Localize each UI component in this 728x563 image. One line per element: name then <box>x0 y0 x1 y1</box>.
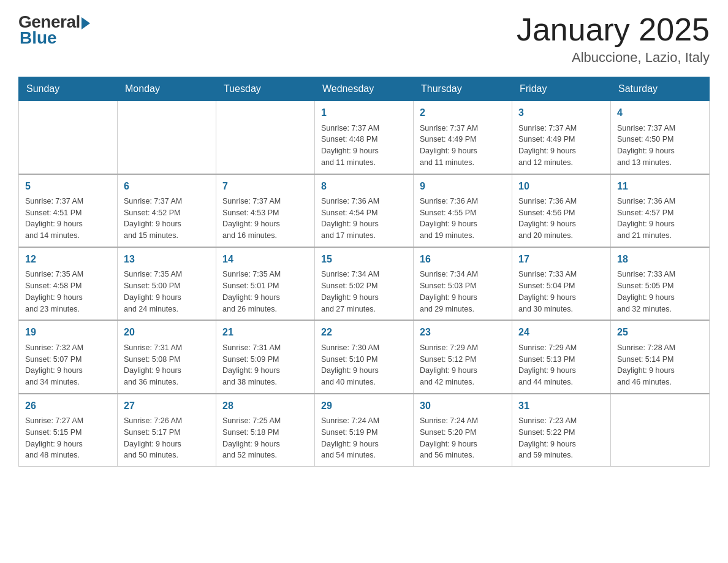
day-number: 1 <box>321 106 407 120</box>
day-number: 30 <box>420 399 506 413</box>
day-number: 26 <box>25 399 111 413</box>
day-info: Sunrise: 7:31 AMSunset: 5:08 PMDaylight:… <box>124 342 210 388</box>
day-number: 16 <box>420 253 506 266</box>
day-info: Sunrise: 7:26 AMSunset: 5:17 PMDaylight:… <box>124 415 210 461</box>
calendar-title: January 2025 <box>517 12 710 47</box>
day-info: Sunrise: 7:31 AMSunset: 5:09 PMDaylight:… <box>222 342 308 388</box>
day-info: Sunrise: 7:36 AMSunset: 4:57 PMDaylight:… <box>617 196 703 242</box>
day-info: Sunrise: 7:29 AMSunset: 5:13 PMDaylight:… <box>518 342 604 388</box>
day-info: Sunrise: 7:36 AMSunset: 4:55 PMDaylight:… <box>420 196 506 242</box>
title-area: January 2025 Albuccione, Lazio, Italy <box>517 12 710 66</box>
day-number: 18 <box>617 253 703 266</box>
calendar-cell: 25Sunrise: 7:28 AMSunset: 5:14 PMDayligh… <box>611 320 710 393</box>
calendar-table: Sunday Monday Tuesday Wednesday Thursday… <box>18 77 710 467</box>
day-number: 23 <box>420 326 506 339</box>
day-number: 25 <box>617 326 703 339</box>
calendar-cell: 13Sunrise: 7:35 AMSunset: 5:00 PMDayligh… <box>118 247 216 320</box>
day-number: 12 <box>25 253 111 266</box>
calendar-cell: 21Sunrise: 7:31 AMSunset: 5:09 PMDayligh… <box>216 320 315 393</box>
calendar-cell: 26Sunrise: 7:27 AMSunset: 5:15 PMDayligh… <box>19 394 118 467</box>
header-sunday: Sunday <box>19 77 118 101</box>
day-number: 20 <box>124 326 210 339</box>
logo: General Blue <box>18 12 90 48</box>
calendar-cell: 16Sunrise: 7:34 AMSunset: 5:03 PMDayligh… <box>414 247 512 320</box>
day-number: 17 <box>518 253 604 266</box>
header-friday: Friday <box>512 77 611 101</box>
calendar-cell: 22Sunrise: 7:30 AMSunset: 5:10 PMDayligh… <box>315 320 414 393</box>
calendar-cell: 9Sunrise: 7:36 AMSunset: 4:55 PMDaylight… <box>414 174 512 247</box>
day-number: 11 <box>617 180 703 193</box>
day-number: 28 <box>222 399 308 413</box>
calendar-cell: 30Sunrise: 7:24 AMSunset: 5:20 PMDayligh… <box>414 394 512 467</box>
day-number: 19 <box>25 326 111 339</box>
day-info: Sunrise: 7:37 AMSunset: 4:50 PMDaylight:… <box>617 123 703 169</box>
calendar-cell: 11Sunrise: 7:36 AMSunset: 4:57 PMDayligh… <box>611 174 710 247</box>
day-info: Sunrise: 7:37 AMSunset: 4:53 PMDaylight:… <box>222 196 308 242</box>
calendar-subtitle: Albuccione, Lazio, Italy <box>517 50 710 66</box>
calendar-week-row: 5Sunrise: 7:37 AMSunset: 4:51 PMDaylight… <box>19 174 710 247</box>
day-number: 4 <box>617 106 703 120</box>
calendar-cell: 8Sunrise: 7:36 AMSunset: 4:54 PMDaylight… <box>315 174 414 247</box>
calendar-week-row: 19Sunrise: 7:32 AMSunset: 5:07 PMDayligh… <box>19 320 710 393</box>
page-header: General Blue January 2025 Albuccione, La… <box>18 12 710 66</box>
day-number: 24 <box>518 326 604 339</box>
day-number: 31 <box>518 399 604 413</box>
day-info: Sunrise: 7:34 AMSunset: 5:02 PMDaylight:… <box>321 269 407 315</box>
calendar-cell <box>216 101 315 174</box>
calendar-cell: 20Sunrise: 7:31 AMSunset: 5:08 PMDayligh… <box>118 320 216 393</box>
day-info: Sunrise: 7:37 AMSunset: 4:51 PMDaylight:… <box>25 196 111 242</box>
logo-blue-text: Blue <box>20 28 57 48</box>
calendar-cell <box>118 101 216 174</box>
calendar-week-row: 1Sunrise: 7:37 AMSunset: 4:48 PMDaylight… <box>19 101 710 174</box>
day-info: Sunrise: 7:36 AMSunset: 4:54 PMDaylight:… <box>321 196 407 242</box>
calendar-cell: 23Sunrise: 7:29 AMSunset: 5:12 PMDayligh… <box>414 320 512 393</box>
logo-arrow-icon <box>82 17 90 29</box>
calendar-cell: 31Sunrise: 7:23 AMSunset: 5:22 PMDayligh… <box>512 394 611 467</box>
calendar-cell: 2Sunrise: 7:37 AMSunset: 4:49 PMDaylight… <box>414 101 512 174</box>
calendar-week-row: 26Sunrise: 7:27 AMSunset: 5:15 PMDayligh… <box>19 394 710 467</box>
day-number: 13 <box>124 253 210 266</box>
day-number: 15 <box>321 253 407 266</box>
calendar-cell: 18Sunrise: 7:33 AMSunset: 5:05 PMDayligh… <box>611 247 710 320</box>
day-info: Sunrise: 7:34 AMSunset: 5:03 PMDaylight:… <box>420 269 506 315</box>
day-number: 5 <box>25 180 111 193</box>
day-info: Sunrise: 7:35 AMSunset: 5:01 PMDaylight:… <box>222 269 308 315</box>
calendar-cell: 6Sunrise: 7:37 AMSunset: 4:52 PMDaylight… <box>118 174 216 247</box>
calendar-cell: 4Sunrise: 7:37 AMSunset: 4:50 PMDaylight… <box>611 101 710 174</box>
calendar-header-row: Sunday Monday Tuesday Wednesday Thursday… <box>19 77 710 101</box>
day-number: 6 <box>124 180 210 193</box>
calendar-cell: 17Sunrise: 7:33 AMSunset: 5:04 PMDayligh… <box>512 247 611 320</box>
day-number: 29 <box>321 399 407 413</box>
day-number: 8 <box>321 180 407 193</box>
calendar-cell: 24Sunrise: 7:29 AMSunset: 5:13 PMDayligh… <box>512 320 611 393</box>
day-info: Sunrise: 7:27 AMSunset: 5:15 PMDaylight:… <box>25 415 111 461</box>
calendar-cell: 5Sunrise: 7:37 AMSunset: 4:51 PMDaylight… <box>19 174 118 247</box>
calendar-cell: 10Sunrise: 7:36 AMSunset: 4:56 PMDayligh… <box>512 174 611 247</box>
calendar-cell: 28Sunrise: 7:25 AMSunset: 5:18 PMDayligh… <box>216 394 315 467</box>
day-number: 22 <box>321 326 407 339</box>
day-info: Sunrise: 7:23 AMSunset: 5:22 PMDaylight:… <box>518 415 604 461</box>
day-info: Sunrise: 7:25 AMSunset: 5:18 PMDaylight:… <box>222 415 308 461</box>
header-monday: Monday <box>118 77 216 101</box>
calendar-cell: 1Sunrise: 7:37 AMSunset: 4:48 PMDaylight… <box>315 101 414 174</box>
day-number: 14 <box>222 253 308 266</box>
day-info: Sunrise: 7:30 AMSunset: 5:10 PMDaylight:… <box>321 342 407 388</box>
calendar-cell: 7Sunrise: 7:37 AMSunset: 4:53 PMDaylight… <box>216 174 315 247</box>
calendar-cell: 15Sunrise: 7:34 AMSunset: 5:02 PMDayligh… <box>315 247 414 320</box>
day-info: Sunrise: 7:29 AMSunset: 5:12 PMDaylight:… <box>420 342 506 388</box>
day-info: Sunrise: 7:24 AMSunset: 5:19 PMDaylight:… <box>321 415 407 461</box>
header-wednesday: Wednesday <box>315 77 414 101</box>
header-tuesday: Tuesday <box>216 77 315 101</box>
day-number: 21 <box>222 326 308 339</box>
day-info: Sunrise: 7:28 AMSunset: 5:14 PMDaylight:… <box>617 342 703 388</box>
day-number: 10 <box>518 180 604 193</box>
calendar-cell <box>19 101 118 174</box>
day-info: Sunrise: 7:24 AMSunset: 5:20 PMDaylight:… <box>420 415 506 461</box>
day-info: Sunrise: 7:35 AMSunset: 5:00 PMDaylight:… <box>124 269 210 315</box>
day-info: Sunrise: 7:37 AMSunset: 4:52 PMDaylight:… <box>124 196 210 242</box>
day-number: 2 <box>420 106 506 120</box>
header-saturday: Saturday <box>611 77 710 101</box>
day-info: Sunrise: 7:37 AMSunset: 4:48 PMDaylight:… <box>321 123 407 169</box>
day-info: Sunrise: 7:36 AMSunset: 4:56 PMDaylight:… <box>518 196 604 242</box>
day-info: Sunrise: 7:33 AMSunset: 5:04 PMDaylight:… <box>518 269 604 315</box>
